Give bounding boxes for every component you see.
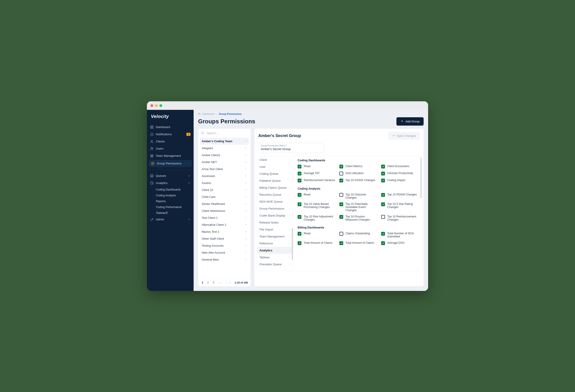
category-label: Recovery Queue bbox=[260, 193, 281, 196]
permission-checkbox[interactable]: Top 10 Reimbursement Changes bbox=[381, 215, 419, 221]
add-group-button[interactable]: Add Group bbox=[396, 117, 424, 125]
sidebar-item-users[interactable]: Users bbox=[147, 145, 194, 152]
category-item[interactable]: Recovery Queue bbox=[257, 191, 293, 198]
sidebar-subitem-coding-performance[interactable]: Coding Performance bbox=[156, 204, 194, 210]
group-item[interactable]: Client Aleeexissss bbox=[200, 207, 249, 214]
search-input[interactable] bbox=[207, 131, 248, 135]
group-item[interactable]: Test Client 1 bbox=[200, 214, 249, 221]
category-item[interactable]: NOA-NOE Queue bbox=[257, 198, 293, 205]
chevron-right-icon bbox=[245, 188, 247, 192]
permission-checkbox[interactable]: Total Amount of Claims bbox=[339, 241, 377, 245]
pager-page[interactable]: 2 bbox=[206, 281, 210, 285]
sidebar-item-analytics[interactable]: Analytics bbox=[147, 179, 194, 187]
group-item[interactable]: Testing Accounts bbox=[200, 242, 249, 249]
sidebar-item-clients[interactable]: Clients bbox=[147, 138, 194, 145]
permission-checkbox[interactable]: Average DSO bbox=[381, 241, 419, 245]
permission-checkbox[interactable]: Total Amount of Claims bbox=[298, 241, 335, 245]
permission-checkbox[interactable]: Average TAT bbox=[298, 172, 335, 175]
group-item[interactable]: General Med bbox=[200, 256, 249, 263]
category-item[interactable]: Release Notes bbox=[257, 219, 293, 226]
group-item[interactable]: Axxess bbox=[200, 179, 249, 186]
permission-checkbox[interactable]: Total Number of NOA Submitted bbox=[381, 232, 419, 238]
sidebar-item-queues[interactable]: Queues bbox=[147, 172, 194, 179]
permission-checkbox[interactable]: Read bbox=[298, 232, 335, 238]
chevron-right-icon bbox=[245, 230, 247, 233]
group-item[interactable]: Client 10 bbox=[200, 186, 249, 194]
permission-checkbox[interactable]: Top 10 Outcome Changes bbox=[339, 193, 377, 199]
scrollbar[interactable] bbox=[292, 228, 293, 260]
group-item[interactable]: New Alex Account bbox=[200, 249, 249, 256]
sidebar-subitem-coding-dashboards[interactable]: Coding Dashboards bbox=[156, 187, 194, 193]
pager-page[interactable]: ... bbox=[217, 281, 221, 285]
window-min-dot[interactable] bbox=[155, 104, 158, 107]
sidebar-subitem-reports[interactable]: Reports bbox=[156, 198, 194, 204]
category-item[interactable]: Preceptor Queue bbox=[257, 261, 293, 268]
pager-last[interactable]: » bbox=[229, 281, 231, 284]
permission-checkbox[interactable]: Top 10 Risk Adjustment Changes bbox=[298, 215, 335, 221]
category-label: NOA-NOE Queue bbox=[260, 200, 283, 203]
search-icon bbox=[201, 131, 204, 135]
sidebar-item-team-management[interactable]: Team Management bbox=[147, 152, 194, 159]
group-item[interactable]: Amber Client1 bbox=[200, 152, 249, 159]
permission-checkbox[interactable]: Top 10 OASIS Changes bbox=[339, 179, 377, 182]
category-item[interactable]: Tableau bbox=[257, 254, 293, 261]
permission-checkbox[interactable]: Read bbox=[298, 193, 335, 199]
pager-page[interactable]: 3 bbox=[212, 281, 215, 285]
permission-checkbox[interactable]: Visit Utilization bbox=[339, 172, 377, 175]
group-item[interactable]: Child Care bbox=[200, 194, 249, 200]
permission-checkbox[interactable]: Clinician Productivity bbox=[381, 172, 419, 175]
permission-checkbox[interactable]: Reimbursement Variance bbox=[298, 179, 335, 182]
category-item[interactable]: User bbox=[257, 163, 293, 170]
sidebar-item-dashboard[interactable]: Dashboard bbox=[147, 123, 194, 131]
svg-point-6 bbox=[152, 148, 153, 149]
sidebar-subitem-coding-analysis[interactable]: Coding Analysis bbox=[156, 193, 194, 198]
group-item[interactable]: Anna Test Client bbox=[200, 166, 249, 172]
group-item[interactable]: Maxiss Test 1 bbox=[200, 228, 249, 235]
pager-page[interactable]: 1 bbox=[201, 281, 204, 285]
sidebar-item-admin[interactable]: Admin bbox=[147, 216, 194, 223]
group-item-label: Axxess bbox=[202, 181, 211, 185]
category-item[interactable]: Coding Queue bbox=[257, 170, 293, 177]
chevron-right-icon: › bbox=[216, 113, 217, 115]
permission-label: Top 10 Risk Adjustment Changes bbox=[304, 215, 335, 221]
permission-checkbox[interactable]: Top 10 PDGM Changes bbox=[381, 193, 419, 199]
permission-checkbox[interactable]: Top 10 Potentially Avoidable Event Chang… bbox=[339, 202, 377, 212]
category-item[interactable]: Palliative Queue bbox=[257, 177, 293, 184]
group-item[interactable]: Amber NET bbox=[200, 159, 249, 166]
pager-next[interactable]: › bbox=[226, 281, 227, 284]
group-name-input[interactable] bbox=[261, 147, 321, 151]
sidebar-item-group-permissions[interactable]: Group Permissions bbox=[149, 160, 192, 167]
category-item[interactable]: Team Management bbox=[257, 233, 293, 240]
permission-checkbox[interactable]: Coding Impact bbox=[381, 179, 419, 182]
group-name-field[interactable]: Group Permission Name * bbox=[258, 143, 324, 153]
sidebar-item-notifications[interactable]: Notifications 1 bbox=[147, 131, 194, 138]
content: Amber's Coding Team Allegiant Amber Clie… bbox=[194, 129, 428, 291]
category-item[interactable]: Coder Bank Display bbox=[257, 212, 293, 219]
window-max-dot[interactable] bbox=[160, 104, 162, 107]
group-item[interactable]: Allegiant bbox=[200, 145, 249, 152]
group-item[interactable]: Other Staff Client bbox=[200, 235, 249, 242]
permission-label: Total Amount of Claims bbox=[304, 241, 333, 245]
group-item[interactable]: Senior Healthcare bbox=[200, 200, 249, 207]
category-item[interactable]: Reference bbox=[257, 240, 293, 247]
scrollbar[interactable] bbox=[420, 158, 422, 198]
permission-checkbox[interactable]: Claims Outstanding bbox=[339, 232, 377, 238]
group-item[interactable]: Alternative Client 2 bbox=[200, 221, 249, 228]
permission-checkbox[interactable]: Read bbox=[298, 165, 335, 169]
permission-checkbox[interactable]: Client Encounters bbox=[381, 165, 419, 169]
category-item[interactable]: Client bbox=[257, 156, 293, 163]
sidebar-subitem-tableau-[interactable]: Tableau® bbox=[156, 210, 194, 216]
category-item[interactable]: Billing Claims Queue bbox=[257, 184, 293, 191]
category-item[interactable]: File Import bbox=[257, 226, 293, 233]
breadcrumb-root[interactable]: Dashboard bbox=[202, 113, 215, 115]
group-item[interactable]: Ascension bbox=[200, 172, 249, 179]
permission-checkbox[interactable]: Top 10 Process Measures Changes bbox=[339, 215, 377, 221]
permission-checkbox[interactable]: Top 10 5 Star Rating Changes bbox=[381, 202, 419, 212]
permission-checkbox[interactable]: Client Metrics bbox=[339, 165, 377, 169]
group-item[interactable]: Amber's Coding Team bbox=[200, 138, 249, 145]
category-item[interactable]: Group Permissions bbox=[257, 205, 293, 212]
window-close-dot[interactable] bbox=[150, 104, 153, 107]
category-item[interactable]: Analytics bbox=[257, 247, 293, 254]
save-button[interactable]: Save Changes bbox=[388, 132, 420, 140]
permission-checkbox[interactable]: Top 10 Value Based Purchasing Changes bbox=[298, 202, 335, 212]
